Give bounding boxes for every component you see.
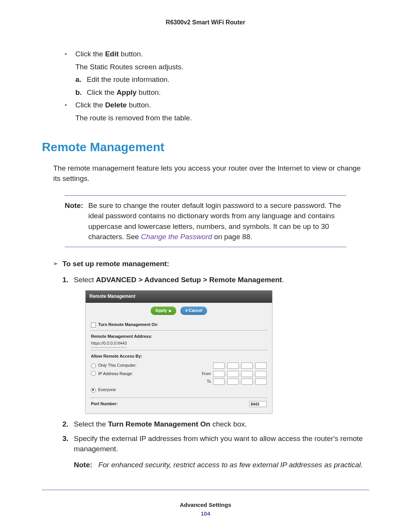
text: Select xyxy=(74,276,96,284)
allow-label: Allow Remote Access By: xyxy=(91,353,267,359)
label: b. xyxy=(75,87,82,98)
text: Click the xyxy=(75,101,105,109)
ip-octet[interactable] xyxy=(227,379,239,385)
link-change-password[interactable]: Change the Password xyxy=(141,233,212,241)
bullet-list-2: Click the Delete button. xyxy=(65,100,369,110)
intro-paragraph: The remote management feature lets you a… xyxy=(53,163,369,184)
radio-icon xyxy=(91,371,96,376)
text: button. xyxy=(137,88,161,96)
ip-octet[interactable] xyxy=(241,379,253,385)
text: Edit the route information. xyxy=(87,75,170,83)
play-icon: ▶ xyxy=(169,309,172,313)
note-block: Note: Be sure to change the router defau… xyxy=(65,195,346,247)
option-only-this[interactable]: Only This Computer: ... xyxy=(91,363,267,369)
step-2: 2.Select the Turn Remote Management On c… xyxy=(62,419,369,430)
bullet-delete: Click the Delete button. xyxy=(65,100,369,110)
close-icon: ✕ xyxy=(185,308,188,313)
bold: Apply xyxy=(116,88,137,96)
doc-header: R6300v2 Smart WiFi Router xyxy=(42,19,369,26)
bold: Edit xyxy=(105,50,119,58)
radio-icon xyxy=(91,363,96,368)
ip-octet[interactable] xyxy=(241,363,253,369)
note-body: Be sure to change the router default log… xyxy=(88,200,346,242)
text: . xyxy=(282,276,284,284)
bold: ADVANCED > Advanced Setup > Remote Manag… xyxy=(96,276,282,284)
option-ip-range[interactable]: IP Address Range: From... To... xyxy=(91,371,267,385)
ip-octet[interactable] xyxy=(255,371,267,377)
panel-title: Remote Management xyxy=(86,291,272,303)
text: Select the xyxy=(74,420,108,428)
address-label: Remote Management Address: xyxy=(91,334,267,340)
router-panel: Remote Management Apply ▶ ✕Cancel Turn R… xyxy=(85,290,272,414)
step-3: 3.Specify the external IP addresses from… xyxy=(62,433,369,454)
section-heading: Remote Management xyxy=(42,138,369,156)
cancel-button[interactable]: ✕Cancel xyxy=(180,307,207,315)
label: IP Address Range: xyxy=(98,371,200,377)
text: check box. xyxy=(210,420,247,428)
to-label: To xyxy=(200,379,211,385)
text: Click the xyxy=(87,88,116,96)
ip-octet[interactable] xyxy=(227,363,239,369)
bullet-edit: Click the Edit button. xyxy=(65,49,369,59)
label: a. xyxy=(75,74,81,85)
text: button. xyxy=(127,101,151,109)
note-label: Note: xyxy=(74,461,92,469)
label: 1. xyxy=(62,275,68,285)
sub-text-2: The route is removed from the table. xyxy=(75,113,369,123)
checkbox-icon xyxy=(91,323,96,328)
text: button. xyxy=(119,50,143,58)
ip-octet[interactable] xyxy=(227,371,239,377)
bold: Delete xyxy=(105,101,127,109)
label: Turn Remote Management On xyxy=(98,322,158,328)
note-body: For enhanced security, restrict access t… xyxy=(98,461,363,469)
ip-octet[interactable] xyxy=(213,371,225,377)
footer-rule xyxy=(42,490,369,490)
text: Specify the external IP addresses from w… xyxy=(74,435,363,453)
label: Cancel xyxy=(189,308,202,313)
from-label: From xyxy=(200,371,211,377)
apply-button[interactable]: Apply ▶ xyxy=(151,307,176,315)
text: Click the xyxy=(75,50,105,58)
step-a: a.Edit the route information. xyxy=(75,74,369,85)
label: Apply xyxy=(155,308,167,313)
ip-octet[interactable] xyxy=(255,363,267,369)
step-b: b.Click the Apply button. xyxy=(75,87,369,98)
ip-octet[interactable] xyxy=(213,379,225,385)
label: 3. xyxy=(62,433,68,444)
label: 2. xyxy=(62,419,68,430)
bold: Turn Remote Management On xyxy=(108,420,210,428)
label: Everyone xyxy=(98,387,267,393)
ip-octet[interactable] xyxy=(255,379,267,385)
radio-icon xyxy=(91,388,96,393)
note-label: Note: xyxy=(65,200,88,242)
address-value: https://0.0.0.0:8443 xyxy=(91,340,127,348)
port-label: Port Number: xyxy=(91,401,118,407)
label: Only This Computer: xyxy=(98,363,213,369)
procedure-heading: To set up remote management: xyxy=(53,259,369,269)
ip-octet[interactable] xyxy=(241,371,253,377)
inline-note: Note: For enhanced security, restrict ac… xyxy=(74,460,369,470)
bullet-list: Click the Edit button. xyxy=(65,49,369,59)
footer-text: Advanced Settings xyxy=(0,502,411,508)
sub-text: The Static Routes screen adjusts. xyxy=(75,62,369,72)
turn-on-checkbox[interactable]: Turn Remote Management On xyxy=(91,322,267,328)
option-everyone[interactable]: Everyone xyxy=(91,387,267,393)
page-number: 104 xyxy=(0,510,411,517)
text: on page 88. xyxy=(212,233,252,241)
port-input[interactable]: 8443 xyxy=(249,401,267,407)
step-1: 1.Select ADVANCED > Advanced Setup > Rem… xyxy=(62,275,369,414)
ip-octet[interactable] xyxy=(213,363,225,369)
